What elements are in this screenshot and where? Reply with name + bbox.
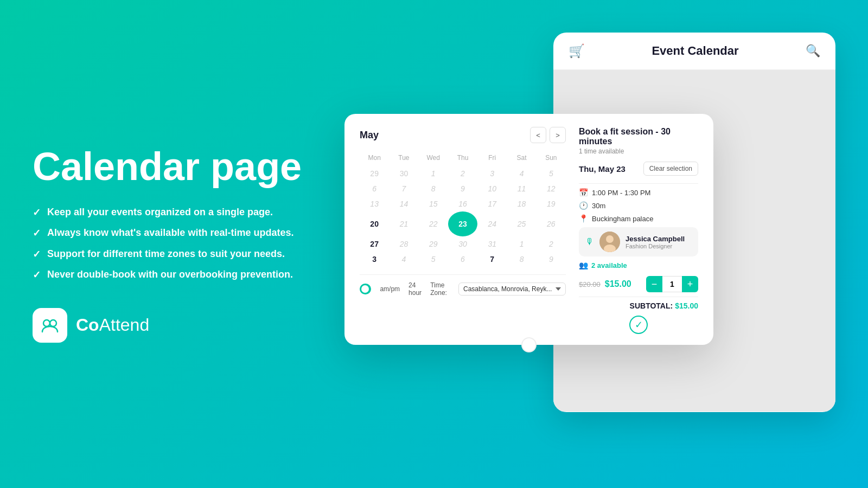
calendar-row-6: 3 4 5 6 7 8 9: [360, 252, 566, 267]
cal-day[interactable]: 4: [389, 252, 418, 267]
svg-point-0: [43, 320, 50, 326]
cal-day[interactable]: 15: [419, 196, 448, 211]
brand-name: CoAttend: [76, 315, 149, 335]
cal-day[interactable]: 11: [507, 181, 536, 196]
cal-day-selected[interactable]: 23: [448, 211, 477, 236]
calendar-row-5: 27 28 29 30 31 1 2: [360, 236, 566, 252]
calendar-section: May < > Mon Tue Wed Thu Fri Sat Sun: [360, 127, 566, 334]
booking-duration-text: 30m: [592, 202, 605, 210]
quantity-display: 1: [662, 276, 682, 292]
clear-selection-button[interactable]: Clear selection: [643, 162, 698, 176]
quantity-control: − 1 +: [646, 276, 698, 292]
confirm-row: ✓: [579, 316, 698, 334]
cal-day[interactable]: 5: [419, 252, 448, 267]
cal-day[interactable]: 16: [448, 196, 477, 211]
quantity-decrease-button[interactable]: −: [646, 276, 662, 292]
cal-day[interactable]: 26: [537, 211, 566, 236]
calendar-grid: Mon Tue Wed Thu Fri Sat Sun 29 30 1: [360, 152, 566, 267]
cal-day[interactable]: 17: [477, 196, 507, 211]
host-info: Jessica Campbell Fashion Designer: [626, 235, 685, 249]
host-name: Jessica Campbell: [626, 235, 685, 243]
cal-day[interactable]: 31: [477, 236, 507, 252]
cal-week-num-27[interactable]: 27: [360, 236, 389, 252]
cal-day[interactable]: 5: [537, 166, 566, 181]
cal-day[interactable]: 12: [537, 181, 566, 196]
cal-day[interactable]: 29: [419, 236, 448, 252]
cal-day[interactable]: 25: [507, 211, 536, 236]
host-role: Fashion Designer: [626, 243, 685, 249]
feature-item-2: Always know what's available with real-t…: [33, 226, 336, 240]
booking-subtitle: 1 time available: [579, 147, 698, 155]
cal-header-sat: Sat: [507, 152, 536, 166]
booking-date: Thu, May 23: [579, 164, 626, 174]
calendar-detail-icon: 📅: [579, 188, 588, 197]
divider-1: [579, 183, 698, 184]
prev-month-button[interactable]: <: [530, 127, 546, 143]
price-row: $20.00 $15.00 − 1 +: [579, 276, 698, 292]
page-title: Calendar page: [33, 145, 336, 188]
next-month-button[interactable]: >: [550, 127, 566, 143]
cal-day[interactable]: 8: [419, 181, 448, 196]
cal-day[interactable]: 9: [448, 181, 477, 196]
cal-day[interactable]: 30: [389, 166, 418, 181]
booking-location-detail: 📍 Buckingham palace: [579, 214, 698, 223]
feature-item-1: Keep all your events organized on a sing…: [33, 206, 336, 220]
cal-header-fri: Fri: [477, 152, 507, 166]
timezone-select[interactable]: Casablanca, Monrovia, Reyk...: [458, 282, 566, 296]
calendar-row-1: 29 30 1 2 3 4 5: [360, 166, 566, 181]
cal-day[interactable]: 21: [389, 211, 418, 236]
cal-week-num-3[interactable]: 3: [360, 252, 389, 267]
cal-day[interactable]: 13: [360, 196, 389, 211]
cal-day[interactable]: 24: [477, 211, 507, 236]
cal-day[interactable]: 30: [448, 236, 477, 252]
brand-icon: [39, 314, 61, 336]
cal-day[interactable]: 10: [477, 181, 507, 196]
left-panel: Calendar page Keep all your events organ…: [33, 145, 336, 343]
divider-2: [579, 297, 698, 297]
cal-header-wed: Wed: [419, 152, 448, 166]
event-calendar-title: Event Calendar: [652, 44, 738, 58]
calendar-month: May: [360, 130, 379, 141]
brand-logo: [33, 308, 67, 343]
subtotal-label: SUBTOTAL:: [630, 301, 673, 310]
calendar-row-2: 6 7 8 9 10 11 12: [360, 181, 566, 196]
cal-day[interactable]: 2: [537, 236, 566, 252]
cal-day[interactable]: 9: [537, 252, 566, 267]
cal-day[interactable]: 14: [389, 196, 418, 211]
cal-day[interactable]: 18: [507, 196, 536, 211]
cal-day[interactable]: 6: [360, 181, 389, 196]
booking-time-text: 1:00 PM - 1:30 PM: [592, 189, 650, 197]
booking-duration-detail: 🕐 30m: [579, 201, 698, 210]
cal-day[interactable]: 22: [419, 211, 448, 236]
calendar-row-4: 20 21 22 23 24 25 26: [360, 211, 566, 236]
cal-day-7[interactable]: 7: [477, 252, 507, 267]
cal-day[interactable]: 7: [389, 181, 418, 196]
cal-day[interactable]: 8: [507, 252, 536, 267]
host-card: 🎙 Jessica Campbell Fashion Designer: [579, 227, 698, 256]
feature-list: Keep all your events organized on a sing…: [33, 206, 336, 282]
cal-day[interactable]: 3: [477, 166, 507, 181]
cal-day[interactable]: 29: [360, 166, 389, 181]
host-avatar: [599, 232, 620, 252]
cal-day[interactable]: 4: [507, 166, 536, 181]
search-icon: 🔍: [806, 44, 820, 58]
cal-day[interactable]: 6: [448, 252, 477, 267]
cal-day[interactable]: 2: [448, 166, 477, 181]
availability: 👥 2 available: [579, 261, 698, 269]
cal-day[interactable]: 19: [537, 196, 566, 211]
calendar-footer: am/pm 24 hour Time Zone: Casablanca, Mon…: [360, 274, 566, 297]
cal-day[interactable]: 1: [419, 166, 448, 181]
cal-day[interactable]: 1: [507, 236, 536, 252]
location-icon: 📍: [579, 214, 588, 223]
brand: CoAttend: [33, 308, 336, 343]
svg-point-3: [606, 235, 614, 243]
ampm-toggle[interactable]: [360, 284, 371, 294]
quantity-increase-button[interactable]: +: [682, 276, 698, 292]
card-handle: [521, 337, 537, 352]
feature-item-3: Support for different time zones to suit…: [33, 247, 336, 261]
cal-week-num-20[interactable]: 20: [360, 211, 389, 236]
mic-icon: 🎙: [585, 237, 594, 247]
cal-day[interactable]: 28: [389, 236, 418, 252]
confirm-button[interactable]: ✓: [629, 316, 648, 334]
calendar-navigation: < >: [530, 127, 566, 143]
